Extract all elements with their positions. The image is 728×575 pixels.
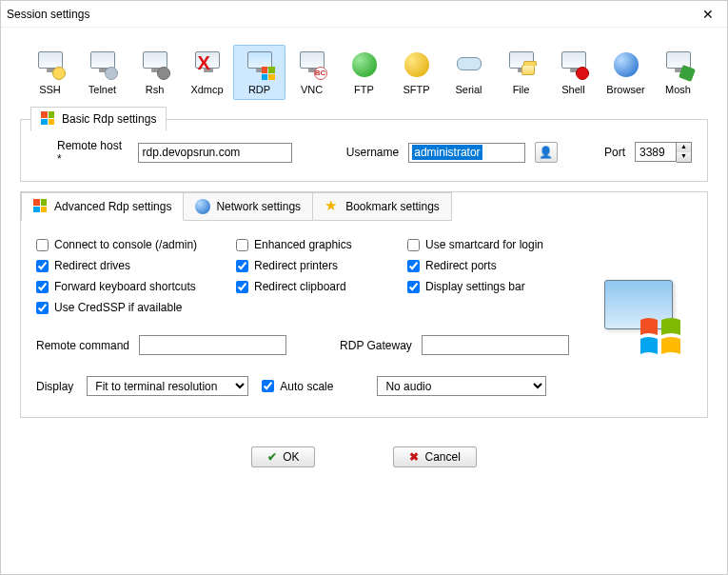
titlebar: Session settings ✕: [1, 1, 727, 28]
remote-command-label: Remote command: [36, 339, 129, 352]
check-enhanced-graphics[interactable]: Enhanced graphics: [236, 238, 407, 251]
remote-host-input[interactable]: [138, 143, 292, 163]
session-type-sftp[interactable]: SFTP: [390, 45, 443, 100]
remote-command-input[interactable]: [139, 335, 286, 355]
tab-bookmark-settings[interactable]: ★ Bookmark settings: [312, 192, 452, 221]
tab-network-settings[interactable]: Network settings: [183, 192, 313, 221]
username-picker-button[interactable]: 👤: [535, 142, 558, 163]
rdp-gateway-input[interactable]: [422, 335, 569, 355]
globe-icon: [195, 199, 210, 214]
session-type-rsh[interactable]: Rsh: [128, 45, 181, 100]
star-icon: ★: [325, 199, 340, 214]
audio-select[interactable]: No audio: [377, 376, 546, 396]
advanced-tab-body: Connect to console (/admin) Enhanced gra…: [21, 221, 707, 417]
session-type-mosh[interactable]: Mosh: [652, 45, 704, 100]
check-icon: ✔: [267, 450, 277, 464]
session-type-vnc[interactable]: BCVNC: [285, 45, 338, 100]
rdp-gateway-label: RDP Gateway: [340, 339, 412, 352]
check-auto-scale[interactable]: Auto scale: [262, 380, 333, 393]
port-label: Port: [604, 146, 625, 159]
session-type-telnet[interactable]: Telnet: [76, 45, 128, 100]
username-label: Username: [346, 146, 399, 159]
check-credssp[interactable]: Use CredSSP if available: [36, 301, 236, 314]
check-redirect-clipboard[interactable]: Redirect clipboard: [236, 280, 407, 293]
rdp-icon: [41, 111, 56, 127]
session-type-xdmcp[interactable]: XXdmcp: [181, 45, 233, 100]
port-spinner[interactable]: ▲▼: [635, 142, 692, 163]
check-redirect-drives[interactable]: Redirect drives: [36, 259, 236, 272]
port-input[interactable]: [635, 142, 677, 162]
check-redirect-ports[interactable]: Redirect ports: [407, 259, 607, 272]
session-type-shell[interactable]: Shell: [547, 45, 600, 100]
check-forward-keyboard[interactable]: Forward keyboard shortcuts: [36, 280, 236, 293]
session-type-file[interactable]: File: [495, 45, 547, 100]
check-display-settings-bar[interactable]: Display settings bar: [407, 280, 607, 293]
windows-logo-icon: [639, 316, 682, 358]
port-up[interactable]: ▲: [677, 143, 691, 152]
ok-button[interactable]: ✔ OK: [251, 446, 315, 467]
port-down[interactable]: ▼: [677, 152, 691, 162]
session-type-ftp[interactable]: FTP: [338, 45, 390, 100]
remote-host-label: Remote host *: [57, 139, 128, 166]
tab-advanced-rdp[interactable]: Advanced Rdp settings: [21, 192, 184, 221]
window-title: Session settings: [7, 8, 695, 21]
display-select[interactable]: Fit to terminal resolution: [87, 376, 248, 396]
basic-rdp-tab: Basic Rdp settings: [30, 107, 167, 131]
session-type-ssh[interactable]: SSH: [24, 45, 76, 100]
cross-icon: ✖: [409, 450, 419, 464]
cancel-button[interactable]: ✖ Cancel: [393, 446, 476, 467]
session-type-serial[interactable]: Serial: [443, 45, 495, 100]
username-input[interactable]: administrator: [408, 143, 525, 163]
rdp-illustration: [597, 274, 684, 360]
check-connect-console[interactable]: Connect to console (/admin): [36, 238, 236, 251]
settings-tabs-panel: Advanced Rdp settings Network settings ★…: [20, 191, 708, 418]
dialog-buttons: ✔ OK ✖ Cancel: [1, 433, 727, 485]
display-label: Display: [36, 380, 73, 393]
check-redirect-printers[interactable]: Redirect printers: [236, 259, 407, 272]
rdp-icon: [33, 199, 49, 214]
session-type-rdp[interactable]: RDP: [233, 45, 285, 100]
person-icon: 👤: [539, 146, 553, 159]
basic-rdp-panel: Basic Rdp settings Remote host * Usernam…: [20, 119, 708, 182]
close-button[interactable]: ✕: [695, 5, 721, 24]
session-type-toolbar: SSH Telnet Rsh XXdmcp RDP BCVNC FTP SFTP…: [1, 28, 727, 106]
check-smartcard[interactable]: Use smartcard for login: [407, 238, 607, 251]
session-type-browser[interactable]: Browser: [600, 45, 652, 100]
